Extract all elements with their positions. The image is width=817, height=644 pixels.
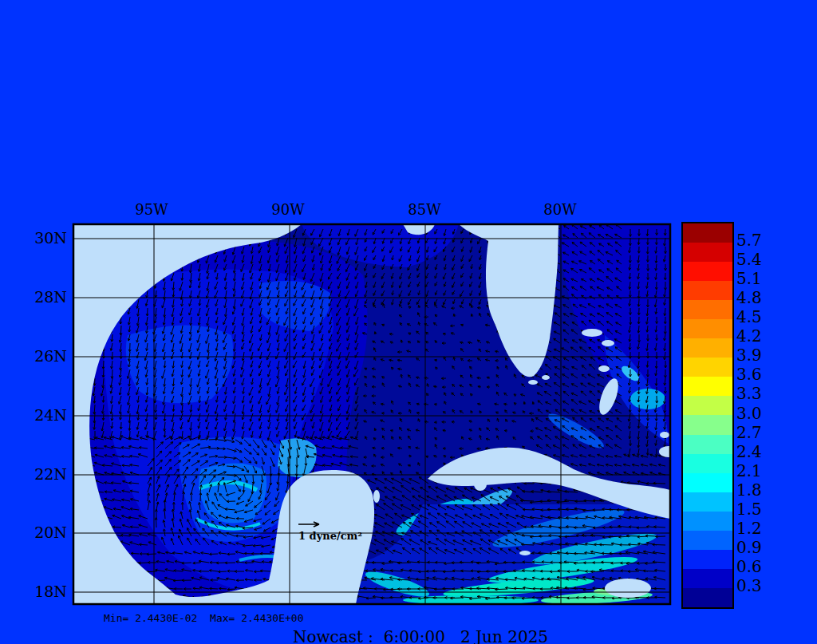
colorbar-tick-label: 3.3 <box>736 385 762 401</box>
colorbar-tick-label: 4.2 <box>736 328 762 344</box>
lon-tick-label: 80W <box>543 203 576 217</box>
land-cozumel <box>373 490 380 503</box>
lat-tick-label: 24N <box>26 408 67 423</box>
plot-canvas: 95W90W85W80W 30N28N26N24N22N20N18N 5.75.… <box>0 0 817 644</box>
land-bahamas <box>598 365 610 372</box>
colorbar-tick-label: 0.9 <box>736 539 762 555</box>
land-jamaica <box>605 579 651 598</box>
colorbar-tick-label: 5.1 <box>736 271 762 286</box>
colorbar-segment <box>683 319 732 338</box>
colorbar-segment <box>683 262 732 281</box>
lon-tick-label: 95W <box>135 203 168 217</box>
lat-tick-label: 22N <box>26 467 67 482</box>
colorbar-segment <box>683 281 732 300</box>
colorbar-tick-label: 1.5 <box>736 501 762 517</box>
land-bahamas <box>660 432 669 438</box>
timestamp-title: Nowcast : 6:00:00 2 Jun 2025 <box>293 627 548 644</box>
colorbar-segment <box>683 531 732 550</box>
colorbar-tick-label: 5.4 <box>736 251 762 267</box>
colorbar-segment <box>683 550 732 569</box>
colorbar-tick-label: 2.7 <box>736 425 762 441</box>
minmax-stats: Min= 2.4430E-02 Max= 2.4430E+00 <box>104 612 303 624</box>
map-interior <box>67 224 678 606</box>
land-bahamas <box>582 329 602 337</box>
vector-scale-label: 1 dyne/cm² <box>298 530 362 542</box>
colorbar-segment <box>683 473 732 492</box>
colorbar-segment <box>683 338 732 358</box>
colorbar-segment <box>683 396 732 415</box>
land-florida-keys <box>528 380 538 385</box>
colorbar-tick-label: 3.9 <box>736 347 762 363</box>
colorbar-tick-label: 4.8 <box>736 290 762 306</box>
colorbar-tick-label: 1.2 <box>736 520 762 536</box>
colorbar-segment <box>683 243 732 262</box>
lat-tick-label: 26N <box>26 349 67 364</box>
lat-tick-label: 18N <box>26 584 67 599</box>
colorbar-segment <box>683 454 732 473</box>
colorbar-tick-label: 2.4 <box>736 444 762 460</box>
colorbar-segment <box>683 588 732 607</box>
land-bahamas <box>659 446 678 457</box>
land-isla-juventud <box>474 478 487 491</box>
colorbar-segment <box>683 512 732 531</box>
land-cayman <box>519 551 531 555</box>
lat-tick-label: 28N <box>26 290 67 305</box>
lat-tick-label: 30N <box>26 231 67 246</box>
colorbar <box>681 222 734 609</box>
colorbar-tick-label: 1.8 <box>736 482 762 498</box>
colorbar-tick-label: 3.6 <box>736 366 762 382</box>
colorbar-tick-label: 0.3 <box>736 578 762 594</box>
colorbar-segment <box>683 377 732 396</box>
land-florida-keys <box>542 375 550 380</box>
colorbar-tick-label: 5.7 <box>736 232 762 248</box>
colorbar-tick-label: 2.1 <box>736 463 762 479</box>
land-bahamas <box>602 340 614 346</box>
colorbar-segment <box>683 492 732 512</box>
colorbar-tick-label: 3.0 <box>736 405 762 421</box>
lon-tick-label: 90W <box>271 203 304 217</box>
colorbar-segment <box>683 300 732 319</box>
lon-tick-label: 85W <box>408 203 440 217</box>
colorbar-segment <box>683 415 732 434</box>
colorbar-segment <box>683 358 732 377</box>
lat-tick-label: 20N <box>26 525 67 540</box>
colorbar-tick-label: 0.6 <box>736 559 762 575</box>
colorbar-segment <box>683 569 732 588</box>
colorbar-tick-label: 4.5 <box>736 309 762 325</box>
colorbar-segment <box>683 223 732 243</box>
colorbar-segment <box>683 435 732 454</box>
